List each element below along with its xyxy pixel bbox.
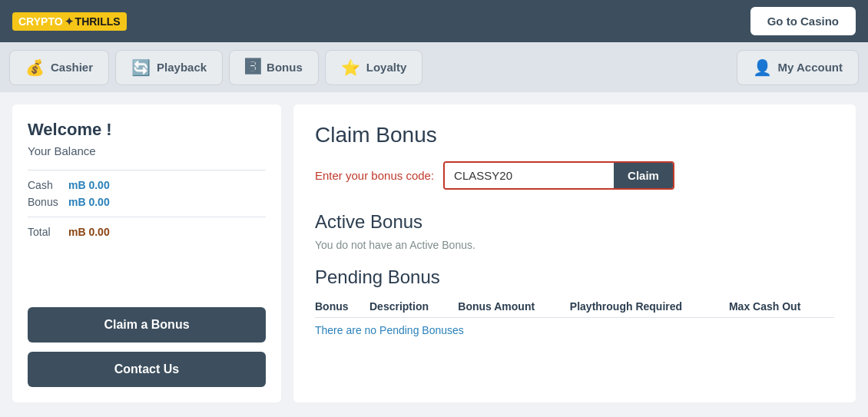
playback-label: Playback xyxy=(157,61,207,74)
cash-row: Cash mB 0.00 xyxy=(28,179,266,191)
logo-star: ✦ xyxy=(65,15,74,28)
cashier-icon: 💰 xyxy=(25,58,45,77)
my-account-label: My Account xyxy=(778,61,843,74)
total-label: Total xyxy=(28,226,62,238)
col-playthrough: Playthrough Required xyxy=(570,296,729,318)
sidebar: Welcome ! Your Balance Cash mB 0.00 Bonu… xyxy=(12,104,281,402)
content-area: Claim Bonus Enter your bonus code: Claim… xyxy=(293,104,856,402)
logo: CRYPTO ✦ THRILLS xyxy=(12,12,127,31)
cash-amount: mB 0.00 xyxy=(68,179,110,191)
col-description: Description xyxy=(369,296,458,318)
my-account-icon: 👤 xyxy=(753,58,772,77)
loyalty-icon: ⭐ xyxy=(341,58,360,77)
navigation: 💰 Cashier 🔄 Playback 🅱 Bonus ⭐ Loyalty 👤… xyxy=(0,42,868,92)
cash-label: Cash xyxy=(28,179,62,191)
nav-item-bonus[interactable]: 🅱 Bonus xyxy=(229,50,319,85)
no-active-bonus-text: You do not have an Active Bonus. xyxy=(315,239,834,251)
nav-item-loyalty[interactable]: ⭐ Loyalty xyxy=(325,50,423,85)
header: CRYPTO ✦ THRILLS Go to Casino xyxy=(0,0,868,42)
logo-crypto: CRYPTO xyxy=(18,15,63,28)
claim-button[interactable]: Claim xyxy=(614,163,673,188)
table-header-row: Bonus Description Bonus Amount Playthrou… xyxy=(315,296,834,318)
bonus-row: Bonus mB 0.00 xyxy=(28,196,266,208)
no-pending-text: There are no Pending Bonuses xyxy=(315,318,834,343)
bonus-amount: mB 0.00 xyxy=(68,196,110,208)
col-bonus-amount: Bonus Amount xyxy=(458,296,570,318)
claim-bonus-title: Claim Bonus xyxy=(315,123,834,147)
bonus-label: Bonus xyxy=(267,61,303,74)
divider-top xyxy=(28,170,266,170)
total-row: Total mB 0.00 xyxy=(28,226,266,238)
nav-item-playback[interactable]: 🔄 Playback xyxy=(115,50,223,85)
bonus-code-input[interactable] xyxy=(445,163,614,188)
divider-mid xyxy=(28,217,266,217)
bonus-code-label: Enter your bonus code: xyxy=(315,169,434,182)
bonus-icon: 🅱 xyxy=(245,58,260,76)
col-max-cash-out: Max Cash Out xyxy=(729,296,834,318)
bonus-balance-label: Bonus xyxy=(28,196,62,208)
logo-thrills: THRILLS xyxy=(75,15,121,28)
table-row: There are no Pending Bonuses xyxy=(315,318,834,343)
welcome-heading: Welcome ! xyxy=(28,120,266,140)
sidebar-spacer xyxy=(28,256,266,307)
active-bonus-title: Active Bonus xyxy=(315,211,834,233)
cashier-label: Cashier xyxy=(51,61,93,74)
claim-a-bonus-button[interactable]: Claim a Bonus xyxy=(28,307,266,343)
bonus-code-row: Enter your bonus code: Claim xyxy=(315,161,834,190)
your-balance-label: Your Balance xyxy=(28,144,266,157)
pending-bonus-title: Pending Bonus xyxy=(315,266,834,288)
loyalty-label: Loyalty xyxy=(366,61,407,74)
playback-icon: 🔄 xyxy=(131,58,151,77)
bonus-code-input-wrap: Claim xyxy=(443,161,674,190)
nav-item-cashier[interactable]: 💰 Cashier xyxy=(9,50,109,85)
total-amount: mB 0.00 xyxy=(68,226,110,238)
main-content: Welcome ! Your Balance Cash mB 0.00 Bonu… xyxy=(0,92,868,415)
col-bonus: Bonus xyxy=(315,296,369,318)
logo-box: CRYPTO ✦ THRILLS xyxy=(12,12,127,31)
pending-bonus-table: Bonus Description Bonus Amount Playthrou… xyxy=(315,296,834,343)
contact-us-button[interactable]: Contact Us xyxy=(28,352,266,387)
nav-item-my-account[interactable]: 👤 My Account xyxy=(737,50,859,85)
go-to-casino-button[interactable]: Go to Casino xyxy=(750,7,856,35)
